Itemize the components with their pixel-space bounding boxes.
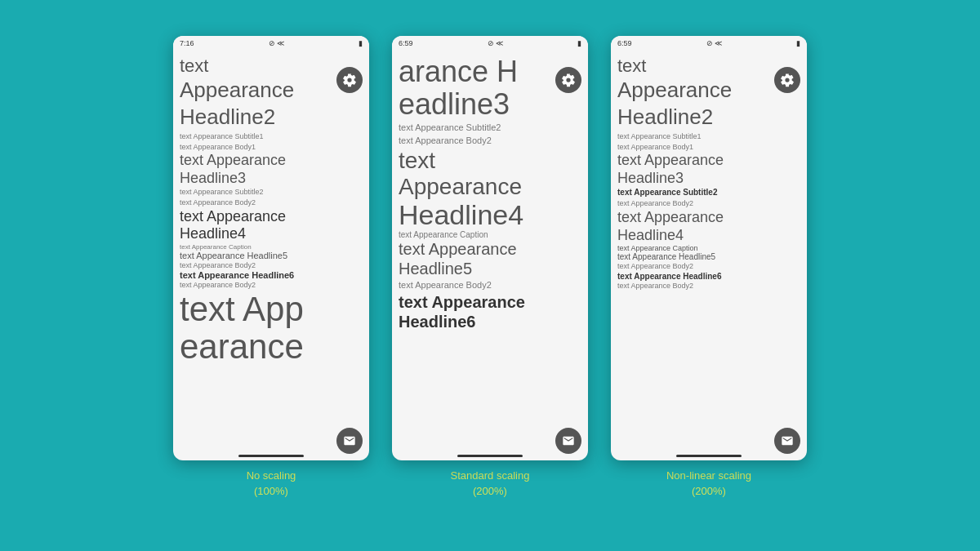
p2-subtitle2: text Appearance Subtitle2 [399, 121, 581, 135]
p3-subtitle2: text Appearance Subtitle2 [617, 187, 800, 198]
p3-h4-line1: text Appearance [617, 209, 800, 227]
phone1-label: No scaling (100%) [247, 469, 296, 498]
p2-h5-line1: text Appearance [399, 239, 581, 259]
phone3-wrapper: 6:59 ⊘ ≪ ▮ text Appearance Headline2 tex… [611, 36, 807, 498]
p2-appearance: Appearance [399, 174, 581, 200]
phones-container: 7:16 ⊘ ≪ ▮ text Appearance Headline2 tex… [173, 36, 807, 498]
p1-huge2: earance [180, 328, 363, 366]
phone1-fab[interactable] [336, 428, 363, 454]
phone1-home-indicator [238, 455, 304, 457]
phone3-label: Non-linear scaling (200%) [666, 469, 751, 498]
p2-h3-cut1: arance H [399, 56, 581, 88]
phone3-icons: ⊘ ≪ [706, 39, 723, 47]
p2-headline5: Headline5 [399, 259, 581, 278]
p1-subtitle2: text Appearance Subtitle2 [180, 187, 363, 198]
p1-h5: text Appearance Headline5 [180, 251, 363, 260]
p3-headline4: Headline4 [617, 227, 800, 245]
p2-headline4: Headline4 [399, 200, 581, 230]
phone2-status-bar: 6:59 ⊘ ≪ ▮ [392, 36, 588, 51]
p1-text-label: text [180, 56, 363, 77]
p3-body2: text Appearance Body2 [617, 198, 800, 209]
phone2-content: arance H eadline3 text Appearance Subtit… [392, 51, 588, 459]
p3-h5: text Appearance Headline5 [617, 252, 800, 261]
p1-h4-line1: text Appearance [180, 208, 363, 226]
p1-body1: text Appearance Body1 [180, 142, 363, 153]
phone2-home-indicator [457, 455, 523, 457]
p1-body2: text Appearance Body2 [180, 198, 363, 208]
phone3: 6:59 ⊘ ≪ ▮ text Appearance Headline2 tex… [611, 36, 807, 460]
phone3-status-bar: 6:59 ⊘ ≪ ▮ [611, 36, 807, 51]
phone2: 6:59 ⊘ ≪ ▮ arance H eadline3 text Appear… [392, 36, 588, 460]
p3-headline2: Headline2 [617, 104, 800, 130]
p2-caption: text Appearance Caption [399, 230, 581, 239]
phone3-content: text Appearance Headline2 text Appearanc… [611, 51, 807, 459]
p1-subtitle1: text Appearance Subtitle1 [180, 131, 363, 142]
phone3-home-indicator [676, 455, 742, 457]
phone2-time: 6:59 [399, 39, 413, 47]
p3-headline3: Headline3 [617, 170, 800, 188]
p1-h3-line1: text Appearance [180, 152, 363, 170]
p3-text-label: text [617, 56, 800, 77]
phone1-content: text Appearance Headline2 text Appearanc… [173, 51, 369, 459]
p3-appearance: Appearance [617, 78, 800, 103]
p2-text1: text [399, 148, 581, 174]
phone1-time: 7:16 [180, 39, 194, 47]
p1-h6: text Appearance Headline6 [180, 270, 363, 280]
p1-caption: text Appearance Caption [180, 243, 363, 251]
p1-huge1: text App [180, 291, 363, 328]
phone2-fab[interactable] [555, 428, 581, 454]
phone2-label: Standard scaling (200%) [451, 469, 530, 498]
phone3-fab[interactable] [774, 428, 800, 454]
p1-headline2: Headline2 [180, 104, 363, 130]
p1-headline4: Headline4 [180, 225, 363, 243]
phone1-icons: ⊘ ≪ [269, 39, 285, 47]
p3-caption: text Appearance Caption [617, 244, 800, 252]
phone3-time: 6:59 [617, 39, 632, 47]
p2-body2: text Appearance Body2 [399, 134, 581, 148]
phone2-icons: ⊘ ≪ [488, 39, 504, 47]
phone1: 7:16 ⊘ ≪ ▮ text Appearance Headline2 tex… [173, 36, 369, 460]
phone1-wrapper: 7:16 ⊘ ≪ ▮ text Appearance Headline2 tex… [173, 36, 369, 498]
p3-h3-line1: text Appearance [617, 152, 800, 170]
phone2-battery: ▮ [577, 39, 581, 47]
p3-body1: text Appearance Body1 [617, 142, 800, 153]
p2-h6-line1: text Appearance [399, 292, 581, 312]
p3-subtitle1: text Appearance Subtitle1 [617, 131, 800, 142]
p3-h6: text Appearance Headline6 [617, 272, 800, 281]
phone3-battery: ▮ [796, 39, 800, 47]
p2-h3-cut2: eadline3 [399, 88, 581, 121]
p1-appearance-h2: Appearance [180, 78, 363, 103]
p3-body3: text Appearance Body2 [617, 261, 800, 272]
phone2-wrapper: 6:59 ⊘ ≪ ▮ arance H eadline3 text Appear… [392, 36, 588, 498]
phone1-battery: ▮ [359, 39, 363, 47]
p1-body2b: text Appearance Body2 [180, 260, 363, 271]
p2-headline6: Headline6 [399, 312, 581, 331]
p3-body4: text Appearance Body2 [617, 281, 800, 291]
p1-headline3: Headline3 [180, 170, 363, 188]
phone1-status-bar: 7:16 ⊘ ≪ ▮ [173, 36, 369, 51]
p2-body: text Appearance Body2 [399, 278, 581, 292]
